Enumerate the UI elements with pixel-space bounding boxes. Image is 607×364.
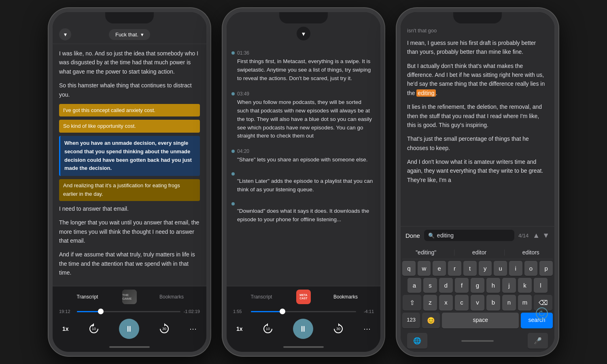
svg-text:30: 30 <box>162 327 166 331</box>
kb-row-4: 123 😊 space search <box>402 313 553 328</box>
key-u[interactable]: u <box>494 261 507 276</box>
key-f[interactable]: f <box>455 278 469 293</box>
ts-timestamp-0: 01:36 <box>237 50 249 56</box>
collapse-button-1[interactable]: ▾ <box>59 28 71 40</box>
tab-bar-2: Transcript METACAST Bookmarks <box>227 286 380 306</box>
key-p[interactable]: p <box>539 261 553 276</box>
more-button-1[interactable]: ⋯ <box>189 324 197 333</box>
phone-screen-1: ▾ Fuck that. ▾ I was like, no. And so ju… <box>53 12 206 352</box>
svg-marker-3 <box>164 323 166 326</box>
key-k[interactable]: k <box>518 278 532 293</box>
home-bar-1 <box>53 344 206 352</box>
episode-pill-1[interactable]: Fuck that. ▾ <box>109 29 150 40</box>
search-next-button[interactable]: ▼ <box>542 231 550 240</box>
pause-button-1[interactable]: ⏸ <box>119 319 139 339</box>
key-c[interactable]: c <box>455 295 469 311</box>
key-j[interactable]: j <box>502 278 516 293</box>
current-time-1: 19:12 <box>59 309 74 314</box>
tab-transcript-1[interactable]: Transcript <box>53 292 122 301</box>
key-space[interactable]: space <box>442 313 519 328</box>
progress-track-2[interactable] <box>251 311 356 312</box>
forward-button-2[interactable]: 30 <box>333 323 344 334</box>
key-l[interactable]: l <box>534 278 548 293</box>
transcript-tab-label-2: Transcript <box>251 294 272 300</box>
tab-transcript-2[interactable]: Transcript <box>227 292 296 301</box>
search-field[interactable]: 🔍 editing <box>424 230 514 241</box>
key-t[interactable]: t <box>463 261 477 276</box>
suggestion-editor[interactable]: editor <box>469 248 490 256</box>
key-d[interactable]: d <box>439 278 453 293</box>
player-time-row-2: 1:55 -4:11 <box>233 309 374 314</box>
p3-para-1: I mean, I guess sure his first draft is … <box>407 38 548 57</box>
svg-marker-7 <box>338 323 340 326</box>
key-i[interactable]: i <box>509 261 522 276</box>
key-q[interactable]: q <box>402 261 416 276</box>
key-a[interactable]: a <box>407 278 421 293</box>
episode-thumbnail-1: THE GAME <box>122 290 137 304</box>
phone-3: isn't that goo I mean, I guess sure his … <box>397 8 558 356</box>
ts-dot-0 <box>231 51 235 55</box>
key-b[interactable]: b <box>486 295 500 311</box>
progress-thumb-1 <box>98 309 104 314</box>
episode-title-1: Fuck that. <box>115 32 138 38</box>
p3-para-2: But I actually don't think that's what m… <box>407 61 548 98</box>
suggestion-editing[interactable]: "editing" <box>412 248 439 256</box>
search-query: editing <box>437 232 454 239</box>
phone-screen-3: isn't that goo I mean, I guess sure his … <box>401 12 554 352</box>
key-z[interactable]: z <box>423 295 437 311</box>
tab-bar-1: Transcript THE GAME Bookmarks <box>53 286 206 306</box>
highlight-anxiety-cost: I've got this concept called anxiety cos… <box>59 104 200 117</box>
current-time-2: 1:55 <box>233 309 248 314</box>
progress-fill-1 <box>77 311 101 312</box>
search-count: 4/14 <box>518 233 528 239</box>
suggestion-editors[interactable]: editors <box>519 248 543 256</box>
ts-time-2: 04:20 <box>231 148 374 154</box>
key-o[interactable]: o <box>524 261 538 276</box>
key-e[interactable]: e <box>433 261 446 276</box>
tab-bookmarks-2[interactable]: Bookmarks <box>311 292 380 301</box>
keyboard: "editing" | editor | editors q w e r t y… <box>401 244 554 352</box>
transcript-tab-label-1: Transcript <box>77 294 98 300</box>
p3-header-partial: isn't that goo <box>407 27 548 35</box>
search-prev-button[interactable]: ▲ <box>533 231 540 240</box>
thumbnail-label-1: THE GAME <box>122 293 137 301</box>
metacast-logo: METACAST <box>296 290 311 304</box>
progress-track-1[interactable] <box>77 311 180 312</box>
phone-screen-2: ▾ 01:36 First things first, in Metacast,… <box>227 12 380 352</box>
kb-row-1: q w e r t y u i o p <box>402 261 553 276</box>
ts-text-4: "Download" does what it says it does. It… <box>231 207 374 224</box>
svg-text:10: 10 <box>266 327 270 331</box>
key-v[interactable]: v <box>471 295 484 311</box>
rewind-button-1[interactable]: 10 <box>88 323 100 334</box>
key-h[interactable]: h <box>486 278 500 293</box>
key-m[interactable]: m <box>518 295 532 311</box>
key-x[interactable]: x <box>439 295 453 311</box>
done-button[interactable]: Done <box>405 232 420 239</box>
forward-button-1[interactable]: 30 <box>159 323 170 334</box>
key-r[interactable]: r <box>448 261 461 276</box>
ts-timestamp-2: 04:20 <box>237 148 249 154</box>
player-bar-1: 19:12 -1:02:19 1x 10 <box>53 306 206 344</box>
speed-button-2[interactable]: 1x <box>236 326 243 332</box>
collapse-button-2[interactable]: ▾ <box>297 27 310 40</box>
key-123[interactable]: 123 <box>402 313 420 328</box>
key-g[interactable]: g <box>471 278 484 293</box>
transcript-para-3: I need to answer that email. <box>59 204 200 213</box>
rewind-button-2[interactable]: 10 <box>262 323 274 334</box>
tab-bookmarks-1[interactable]: Bookmarks <box>137 292 206 301</box>
key-mic[interactable]: 🎤 <box>528 333 548 349</box>
key-emoji[interactable]: 😊 <box>422 313 440 328</box>
bookmarks-tab-label-1: Bookmarks <box>159 294 184 300</box>
more-button-2[interactable]: ⋯ <box>363 324 371 333</box>
key-globe[interactable]: 🌐 <box>407 333 427 349</box>
key-s[interactable]: s <box>423 278 437 293</box>
pill-chevron-icon: ▾ <box>141 32 144 38</box>
speed-button-1[interactable]: 1x <box>62 326 69 332</box>
key-n[interactable]: n <box>502 295 516 311</box>
player-time-row-1: 19:12 -1:02:19 <box>59 309 200 314</box>
key-w[interactable]: w <box>418 261 431 276</box>
key-y[interactable]: y <box>479 261 492 276</box>
pause-button-2[interactable]: ⏸ <box>293 319 313 339</box>
key-shift[interactable]: ⇧ <box>403 295 421 311</box>
ts-time-3 <box>231 172 374 176</box>
